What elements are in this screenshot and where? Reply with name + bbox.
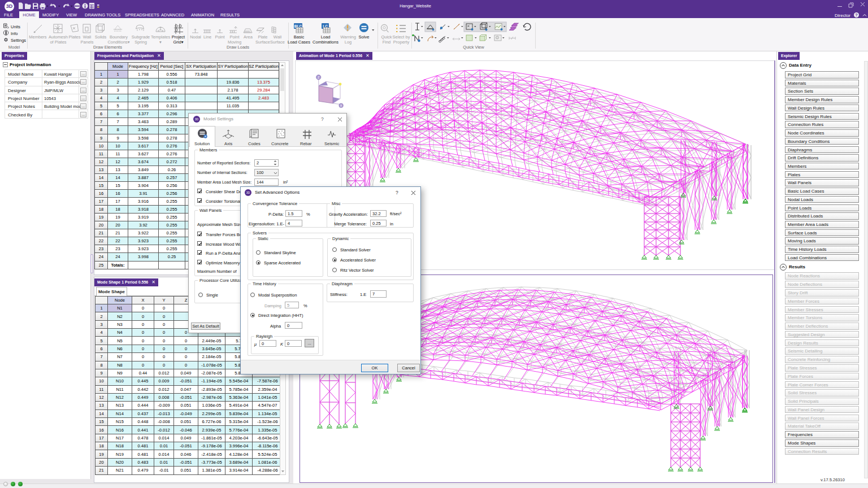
svg-text:X: X — [340, 104, 342, 107]
svg-text:Z: Z — [318, 76, 320, 79]
